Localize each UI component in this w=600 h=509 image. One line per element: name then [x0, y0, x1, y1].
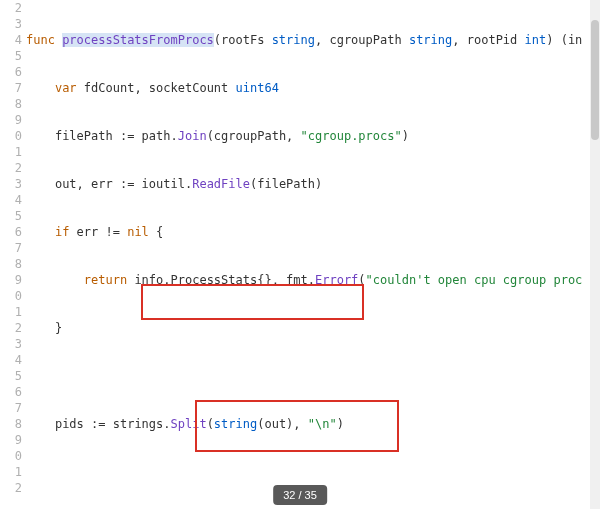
code-line	[26, 464, 600, 480]
code-line: if err != nil {	[26, 224, 600, 240]
code-line: func processStatsFromProcs(rootFs string…	[26, 32, 600, 48]
code-lines[interactable]: func processStatsFromProcs(rootFs string…	[26, 0, 600, 509]
code-line: pids := strings.Split(string(out), "\n")	[26, 416, 600, 432]
code-line: filePath := path.Join(cgroupPath, "cgrou…	[26, 128, 600, 144]
code-line: return info.ProcessStats{}, fmt.Errorf("…	[26, 272, 600, 288]
code-line	[26, 368, 600, 384]
code-line: }	[26, 320, 600, 336]
vertical-scrollbar[interactable]	[590, 0, 600, 509]
code-line: var fdCount, socketCount uint64	[26, 80, 600, 96]
scrollbar-thumb[interactable]	[591, 20, 599, 140]
line-gutter: 2345678901234567890123456789012	[0, 0, 26, 509]
slide-counter: 32 / 35	[273, 485, 327, 505]
code-line: out, err := ioutil.ReadFile(filePath)	[26, 176, 600, 192]
